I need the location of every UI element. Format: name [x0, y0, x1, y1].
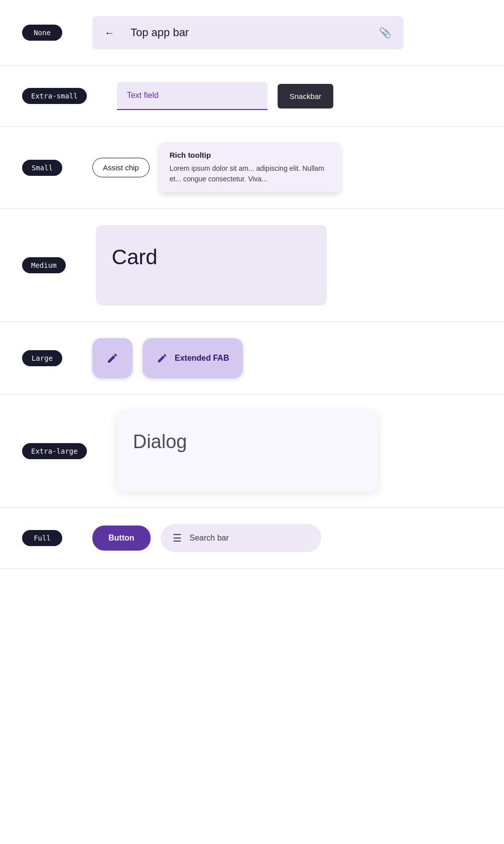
back-icon[interactable]: ← [104, 27, 114, 39]
fab-button[interactable] [92, 338, 133, 378]
hamburger-icon: ☰ [173, 532, 182, 544]
extended-fab-label: Extended FAB [175, 354, 229, 363]
row-none: None ← Top app bar 📎 [0, 0, 504, 66]
medium-content: Card [96, 225, 504, 305]
row-full: Full Button ☰ Search bar [0, 508, 504, 569]
small-content: Assist chip Rich tooltip Lorem ipsum dol… [92, 143, 504, 192]
full-content: Button ☰ Search bar [92, 524, 504, 552]
dialog-title: Dialog [133, 431, 187, 452]
top-app-bar-title: Top app bar [131, 26, 369, 39]
pencil-icon [106, 352, 118, 364]
extended-fab-pencil-icon [157, 353, 168, 364]
dialog: Dialog [117, 411, 378, 491]
extra-large-content: Dialog [117, 411, 504, 491]
top-app-bar-container: ← Top app bar 📎 [92, 16, 404, 49]
snackbar-label: Snackbar [290, 92, 321, 100]
search-bar[interactable]: ☰ Search bar [161, 524, 321, 552]
button-filled[interactable]: Button [92, 525, 151, 551]
badge-large: Large [22, 350, 62, 366]
card: Card [96, 225, 327, 305]
card-title: Card [112, 245, 158, 269]
attachment-icon[interactable]: 📎 [379, 27, 392, 39]
row-small: Small Assist chip Rich tooltip Lorem ips… [0, 127, 504, 209]
large-content: Extended FAB [92, 338, 504, 378]
badge-medium: Medium [22, 257, 66, 273]
snackbar: Snackbar [278, 84, 333, 109]
search-bar-label: Search bar [190, 534, 229, 543]
row-extra-large: Extra-large Dialog [0, 395, 504, 508]
assist-chip-label: Assist chip [103, 163, 139, 172]
row-extra-small: Extra-small Text field Snackbar [0, 66, 504, 127]
badge-none: None [22, 25, 62, 41]
text-field-label: Text field [127, 91, 159, 99]
badge-small: Small [22, 160, 62, 176]
rich-tooltip: Rich tooltip Lorem ipsum dolor sit am...… [160, 143, 340, 192]
rich-tooltip-title: Rich tooltip [170, 151, 330, 159]
rich-tooltip-body: Lorem ipsum dolor sit am... adipiscing e… [170, 163, 330, 184]
text-field[interactable]: Text field [117, 82, 268, 110]
assist-chip[interactable]: Assist chip [92, 158, 150, 177]
row-large: Large Extended FAB [0, 322, 504, 395]
badge-extra-small: Extra-small [22, 88, 87, 104]
button-label: Button [108, 534, 135, 542]
extended-fab-button[interactable]: Extended FAB [143, 338, 243, 378]
badge-full: Full [22, 530, 62, 546]
row-medium: Medium Card [0, 209, 504, 322]
badge-extra-large: Extra-large [22, 443, 87, 459]
extra-small-content: Text field Snackbar [117, 82, 504, 110]
